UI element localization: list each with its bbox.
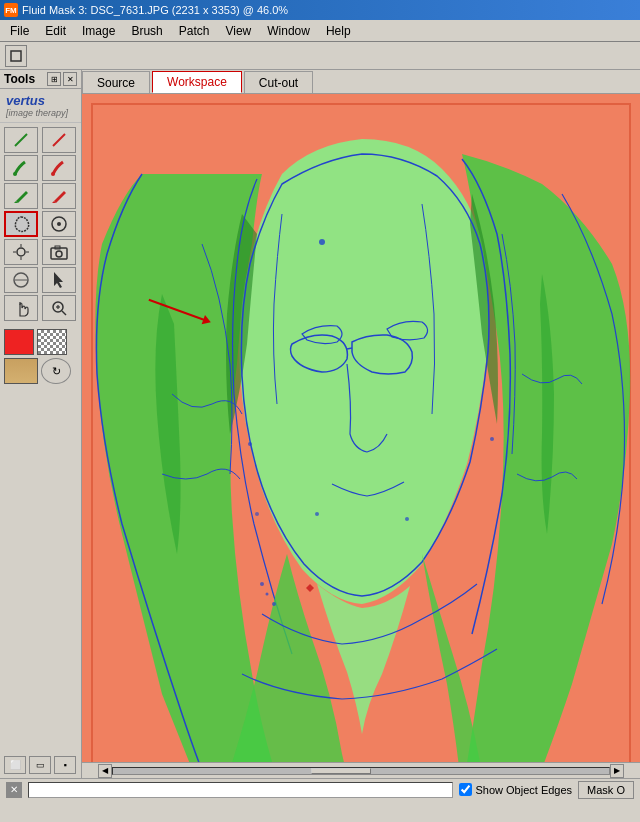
main-area: Tools ⊞ ✕ vertus [image therapy]	[0, 70, 640, 778]
tool-circle-select[interactable]	[42, 211, 76, 237]
tab-workspace[interactable]: Workspace	[152, 71, 242, 93]
portrait-swatch[interactable]	[4, 358, 38, 384]
view-mode-2[interactable]: ▭	[29, 756, 51, 774]
square-icon	[10, 50, 22, 62]
tab-cutout[interactable]: Cut-out	[244, 71, 313, 93]
svg-point-31	[319, 239, 325, 245]
svg-point-35	[255, 512, 259, 516]
tools-icons: ⊞ ✕	[47, 72, 77, 86]
svg-point-15	[56, 251, 62, 257]
vertus-sub: [image therapy]	[6, 108, 75, 118]
svg-rect-0	[11, 51, 21, 61]
pointer-icon	[49, 270, 69, 290]
tool-brush-green[interactable]	[4, 155, 38, 181]
svg-point-8	[57, 222, 61, 226]
vertus-logo: vertus [image therapy]	[0, 89, 81, 123]
tool-pen-green[interactable]	[4, 183, 38, 209]
pencil-green-icon	[11, 130, 31, 150]
toolbar-square-button[interactable]	[5, 45, 27, 67]
svg-line-1	[15, 134, 27, 146]
background-pattern-swatch[interactable]	[37, 329, 67, 355]
tool-eraser[interactable]	[4, 267, 38, 293]
scroll-right-button[interactable]: ▶	[610, 764, 624, 778]
pen-green-icon	[11, 186, 31, 206]
lasso-icon	[11, 214, 31, 234]
eraser-icon	[11, 270, 31, 290]
tools-label: Tools	[4, 72, 35, 86]
view-mode-1[interactable]: ⬜	[4, 756, 26, 774]
menu-patch[interactable]: Patch	[171, 22, 218, 40]
menu-view[interactable]: View	[217, 22, 259, 40]
tool-pencil-green[interactable]	[4, 127, 38, 153]
view-mode-3[interactable]: ▪	[54, 756, 76, 774]
svg-point-9	[17, 248, 25, 256]
tool-pointer[interactable]	[42, 267, 76, 293]
rotate-button[interactable]: ↻	[41, 358, 71, 384]
title-bar: FM Fluid Mask 3: DSC_7631.JPG (2231 x 33…	[0, 0, 640, 20]
svg-point-34	[272, 602, 276, 606]
show-object-edges-checkbox[interactable]	[459, 783, 472, 796]
toolbar	[0, 42, 640, 70]
canvas-area: Source Workspace Cut-out	[82, 70, 640, 778]
canvas-container[interactable]	[82, 94, 640, 762]
circle-select-icon	[49, 214, 69, 234]
svg-point-28	[405, 517, 409, 521]
svg-point-5	[13, 172, 17, 176]
svg-point-33	[266, 593, 269, 596]
window-title: Fluid Mask 3: DSC_7631.JPG (2231 x 3353)…	[22, 4, 288, 16]
hand-icon	[11, 298, 31, 318]
magic-wand-icon	[11, 242, 31, 262]
mask-o-button[interactable]: Mask O	[578, 781, 634, 799]
svg-point-27	[315, 512, 319, 516]
tab-bar: Source Workspace Cut-out	[82, 70, 640, 94]
tool-magic-wand[interactable]	[4, 239, 38, 265]
show-object-edges-label: Show Object Edges	[459, 783, 572, 796]
brush-red-icon	[49, 158, 69, 178]
scroll-track[interactable]	[112, 767, 610, 775]
tool-hand[interactable]	[4, 295, 38, 321]
tools-float-button[interactable]: ⊞	[47, 72, 61, 86]
menu-help[interactable]: Help	[318, 22, 359, 40]
swatches-area: ↻	[0, 325, 81, 388]
tool-pencil-red[interactable]	[42, 127, 76, 153]
view-buttons: ⬜ ▭ ▪	[0, 752, 81, 778]
portrait-canvas	[82, 94, 640, 762]
svg-point-32	[260, 582, 264, 586]
svg-line-3	[53, 134, 65, 146]
app-icon: FM	[4, 3, 18, 17]
pencil-red-icon	[49, 130, 69, 150]
svg-point-30	[490, 437, 494, 441]
brush-green-icon	[11, 158, 31, 178]
status-icon: ✕	[6, 782, 22, 798]
svg-line-22	[62, 311, 66, 315]
tools-close-button[interactable]: ✕	[63, 72, 77, 86]
tool-pen-red[interactable]	[42, 183, 76, 209]
show-object-edges-text: Show Object Edges	[475, 784, 572, 796]
app-icon-text: FM	[5, 6, 17, 15]
menu-file[interactable]: File	[2, 22, 37, 40]
tool-brush-red[interactable]	[42, 155, 76, 181]
vertus-name: vertus	[6, 93, 75, 108]
status-input[interactable]	[28, 782, 453, 798]
menu-window[interactable]: Window	[259, 22, 318, 40]
tool-camera[interactable]	[42, 239, 76, 265]
tab-source[interactable]: Source	[82, 71, 150, 93]
svg-point-29	[248, 442, 252, 446]
tools-header: Tools ⊞ ✕	[0, 70, 81, 89]
svg-marker-19	[54, 272, 63, 288]
tool-zoom[interactable]	[42, 295, 76, 321]
svg-point-6	[51, 172, 55, 176]
tools-panel: Tools ⊞ ✕ vertus [image therapy]	[0, 70, 82, 778]
scrollbar-horizontal[interactable]: ◀ ▶	[82, 762, 640, 778]
tool-lasso[interactable]	[4, 211, 38, 237]
menu-image[interactable]: Image	[74, 22, 123, 40]
scroll-thumb[interactable]	[311, 768, 371, 774]
menu-bar: File Edit Image Brush Patch View Window …	[0, 20, 640, 42]
foreground-color-swatch[interactable]	[4, 329, 34, 355]
tool-buttons-grid	[0, 123, 81, 325]
menu-edit[interactable]: Edit	[37, 22, 74, 40]
pen-red-icon	[49, 186, 69, 206]
menu-brush[interactable]: Brush	[123, 22, 170, 40]
scroll-left-button[interactable]: ◀	[98, 764, 112, 778]
zoom-icon	[49, 298, 69, 318]
